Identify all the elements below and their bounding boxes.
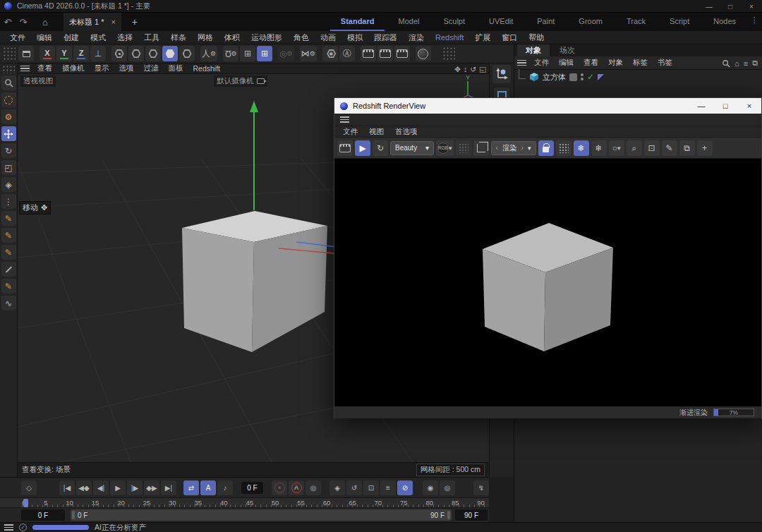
fit-image-button[interactable]: ⊡ [644, 140, 660, 156]
object-manager-menu-item[interactable]: 查看 [579, 58, 603, 68]
workplane-button[interactable]: 人⚙ [200, 46, 217, 61]
pan-hand-icon[interactable]: ✥ [454, 65, 461, 73]
focus-picker-button[interactable]: ⌕ [627, 140, 642, 156]
symmetry-button[interactable]: ⋈⚙ [300, 46, 317, 61]
renderview-menu-item[interactable]: 首选项 [389, 127, 423, 137]
new-document-tab-button[interactable]: + [126, 15, 144, 29]
document-tab-close-icon[interactable]: × [111, 18, 116, 26]
quantize-button[interactable]: ⊞ [240, 46, 255, 61]
tweak-tool-button[interactable]: ⚙ [1, 109, 16, 124]
playhead[interactable] [23, 499, 28, 507]
sound-button[interactable]: ♪ [217, 480, 233, 495]
menu-item[interactable]: 动画 [315, 32, 341, 43]
redshift-renderview-window[interactable]: Redshift RenderView — □ × 文件视图首选项 ▶ ↻ Be… [334, 97, 762, 418]
coordinate-system-button[interactable] [492, 65, 511, 83]
object-manager-menu-item[interactable]: 书签 [653, 58, 677, 68]
renderview-close-button[interactable]: × [737, 98, 761, 114]
layout-tab[interactable]: Nodes [703, 13, 746, 31]
menu-item[interactable]: 工具 [138, 32, 165, 43]
record-button[interactable]: ● [272, 480, 287, 495]
spline-primitive-pen-button[interactable]: ✎ [1, 228, 16, 243]
viewport-menu-item[interactable]: 过滤 [139, 64, 164, 73]
next-frame-button[interactable]: |▶ [127, 480, 143, 495]
toolbar-drag-handle-right[interactable] [442, 47, 455, 61]
model-mode-button[interactable] [162, 46, 178, 61]
redshift-tag-icon[interactable] [598, 74, 604, 80]
range-slider[interactable]: 0 F 90 F [71, 509, 452, 521]
menu-item[interactable]: 网格 [192, 32, 219, 43]
region-circle-button[interactable]: ○▾ [609, 140, 624, 156]
layout-tab[interactable]: Sculpt [433, 13, 476, 31]
object-manager-menu-icon[interactable] [517, 60, 526, 66]
mouse-record-options-button[interactable]: ◎ [440, 480, 455, 495]
record-keyframe-button[interactable]: ◇ [21, 480, 37, 495]
start-render-button[interactable] [337, 140, 353, 156]
pixel-grid-button[interactable] [456, 140, 471, 156]
camera-label[interactable]: 默认摄像机 [214, 75, 267, 87]
home-icon[interactable]: ⌂ [734, 59, 739, 68]
layout-tab[interactable]: Model [387, 13, 430, 31]
renderview-minimize-button[interactable]: — [689, 98, 713, 114]
range-end-field[interactable]: 90 F [455, 509, 488, 521]
axis-lock-button[interactable]: Ⓐ [339, 46, 355, 61]
viewport-menu-icon[interactable] [20, 66, 30, 72]
annotate-button[interactable]: ✎ [662, 140, 677, 156]
previous-frame-button[interactable]: ◀| [93, 480, 109, 495]
layout-tab[interactable]: UVEdit [478, 13, 524, 31]
layout-tab[interactable]: Standard [330, 13, 385, 31]
menu-item[interactable]: 角色 [288, 32, 315, 43]
enabled-check-icon[interactable]: ✓ [587, 72, 594, 82]
layout-tab[interactable]: Track [616, 13, 656, 31]
magnet-snap-button[interactable]: Ω⚙ [223, 46, 238, 61]
redo-icon[interactable]: ↷ [16, 15, 31, 29]
menu-item[interactable]: 文件 [4, 32, 31, 43]
aov-dropdown[interactable]: Beauty ▾ [390, 141, 434, 155]
go-to-end-button[interactable]: ▶| [161, 480, 176, 495]
key-psr-off-button[interactable]: ⊘ [397, 480, 413, 495]
maximize-button[interactable]: □ [720, 0, 741, 13]
menu-item[interactable]: 编辑 [31, 32, 58, 43]
previous-key-button[interactable]: ◀◆ [76, 480, 92, 495]
scale-tool-button[interactable]: ◰ [1, 160, 16, 175]
layer-color-icon[interactable] [569, 73, 577, 81]
autokey-button[interactable]: A [289, 480, 304, 495]
renderview-menu-item[interactable]: 视图 [363, 127, 389, 137]
ipr-play-button[interactable]: ▶ [355, 140, 370, 156]
mouse-record-button[interactable]: ◉ [423, 480, 438, 495]
close-button[interactable]: × [741, 0, 762, 13]
object-manager-tab[interactable]: 对象 [517, 44, 550, 56]
current-frame-field[interactable]: 0 F [241, 482, 263, 494]
object-manager-menu-item[interactable]: 文件 [529, 58, 554, 68]
render-picture-viewer-button[interactable] [377, 46, 393, 61]
renderview-title-bar[interactable]: Redshift RenderView — □ × [334, 98, 761, 114]
menu-item[interactable]: 模拟 [341, 32, 368, 43]
menu-item[interactable]: 运动图形 [246, 32, 288, 43]
sketch-tool-button[interactable]: ∿ [1, 296, 16, 310]
toolbar-drag-handle[interactable] [3, 47, 16, 61]
new-window-icon[interactable]: ⧉ [752, 59, 758, 68]
viewport-menu-item[interactable]: 摄像机 [57, 64, 90, 73]
move-tool-button[interactable] [1, 126, 16, 141]
rotate-tool-button[interactable]: ↻ [1, 143, 16, 158]
play-button[interactable]: ▶ [110, 480, 126, 495]
layout-tab[interactable]: Groom [568, 13, 613, 31]
menu-item[interactable]: 帮助 [523, 32, 550, 43]
transform-tool-button[interactable]: ◈ [1, 177, 16, 192]
object-row-cube[interactable]: 立方体 ✓ [514, 70, 762, 84]
object-manager-menu-item[interactable]: 编辑 [554, 58, 579, 68]
key-parameters-button[interactable]: ≡ [380, 480, 396, 495]
minimize-button[interactable]: — [698, 0, 720, 13]
layout-tab[interactable]: Script [659, 13, 700, 31]
palette-drag-handle[interactable] [2, 65, 15, 73]
menu-item[interactable]: 跟踪器 [368, 32, 403, 43]
layout-tab[interactable]: Paint [526, 13, 565, 31]
spline-pen-button[interactable]: ✎ [1, 211, 16, 226]
undo-icon[interactable]: ↶ [0, 15, 16, 29]
render-view-button[interactable] [361, 46, 376, 61]
dolly-icon[interactable]: ↕ [464, 65, 467, 73]
crop-render-button[interactable] [473, 140, 489, 156]
snap-enabled-button[interactable]: ⊞ [257, 46, 272, 61]
timeline-ruler[interactable]: 051015202530354045505560657075808590 [0, 497, 489, 508]
add-snapshot-button[interactable]: + [697, 140, 713, 156]
axis-system-button[interactable]: ⊥ [90, 46, 106, 61]
